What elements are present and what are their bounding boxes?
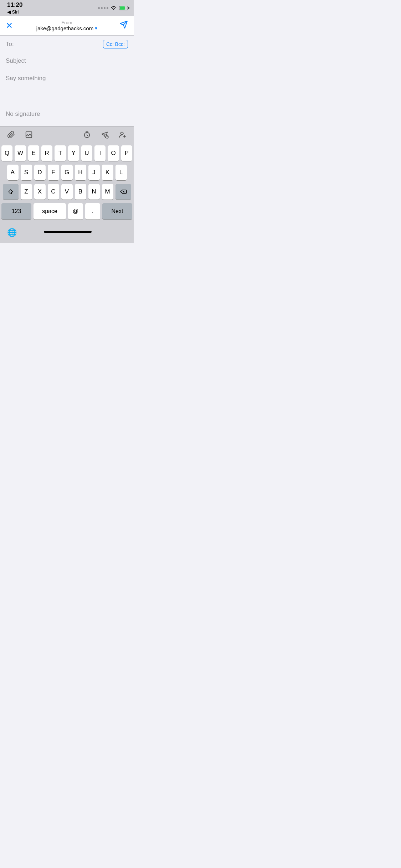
subject-placeholder: Subject: [6, 57, 26, 64]
key-x[interactable]: X: [34, 184, 46, 200]
key-l[interactable]: L: [115, 165, 127, 180]
key-g[interactable]: G: [61, 165, 73, 180]
home-indicator: [44, 231, 92, 233]
from-email[interactable]: jake@gadgethacks.com ▾: [36, 25, 97, 31]
chevron-down-icon: ▾: [95, 25, 97, 31]
key-p[interactable]: P: [121, 145, 132, 161]
key-f[interactable]: F: [48, 165, 59, 180]
numbers-button[interactable]: 123: [1, 203, 31, 219]
key-b[interactable]: B: [75, 184, 86, 200]
globe-icon[interactable]: 🌐: [7, 228, 17, 237]
siri-label: ◀ Siri: [7, 9, 22, 15]
key-r[interactable]: R: [41, 145, 52, 161]
next-button[interactable]: Next: [102, 203, 132, 219]
key-m[interactable]: M: [102, 184, 113, 200]
svg-rect-0: [26, 131, 32, 138]
wifi-icon: [110, 6, 117, 10]
status-left: 11:20 ◀ Siri: [7, 1, 22, 15]
key-u[interactable]: U: [81, 145, 92, 161]
timer-icon[interactable]: [83, 131, 91, 139]
attachment-icon[interactable]: [7, 131, 15, 139]
period-button[interactable]: .: [85, 203, 100, 219]
space-button[interactable]: space: [34, 203, 66, 219]
key-y[interactable]: Y: [68, 145, 79, 161]
from-field: From jake@gadgethacks.com ▾: [19, 20, 115, 31]
signal-icon: [98, 7, 108, 9]
add-contact-icon[interactable]: [119, 131, 127, 139]
bottom-bar: 🌐: [0, 224, 134, 243]
key-q[interactable]: Q: [1, 145, 12, 161]
delete-button[interactable]: [115, 184, 131, 200]
keyboard-toolbar: [0, 126, 134, 143]
send-later-icon[interactable]: [101, 131, 109, 139]
signature-text: No signature: [6, 110, 40, 117]
key-i[interactable]: I: [94, 145, 106, 161]
image-icon[interactable]: [25, 131, 33, 139]
to-input[interactable]: [20, 41, 103, 48]
keyboard: Q W E R T Y U I O P A S D F G H J K L Z …: [0, 143, 134, 224]
key-h[interactable]: H: [75, 165, 86, 180]
svg-point-3: [121, 132, 123, 134]
at-button[interactable]: @: [68, 203, 83, 219]
key-s[interactable]: S: [21, 165, 32, 180]
battery-icon: [119, 6, 128, 10]
compose-header: ✕ From jake@gadgethacks.com ▾: [0, 16, 134, 36]
key-d[interactable]: D: [34, 165, 46, 180]
cc-bcc-button[interactable]: Cc: Bcc:: [103, 40, 128, 48]
keyboard-row-2: A S D F G H J K L: [1, 165, 132, 180]
status-bar: 11:20 ◀ Siri: [0, 0, 134, 16]
key-j[interactable]: J: [88, 165, 100, 180]
status-time: 11:20: [7, 1, 22, 9]
send-button[interactable]: [115, 20, 128, 31]
status-right: [98, 6, 128, 10]
close-button[interactable]: ✕: [6, 21, 19, 31]
key-o[interactable]: O: [108, 145, 119, 161]
key-n[interactable]: N: [88, 184, 100, 200]
from-label: From: [61, 20, 72, 25]
key-e[interactable]: E: [28, 145, 39, 161]
to-label: To:: [6, 41, 17, 48]
from-email-text: jake@gadgethacks.com: [36, 25, 93, 31]
keyboard-row-1: Q W E R T Y U I O P: [1, 145, 132, 161]
key-a[interactable]: A: [7, 165, 19, 180]
body-placeholder: Say something: [6, 75, 128, 82]
key-v[interactable]: V: [61, 184, 73, 200]
key-t[interactable]: T: [55, 145, 66, 161]
key-z[interactable]: Z: [21, 184, 32, 200]
to-field-row[interactable]: To: Cc: Bcc:: [0, 36, 134, 53]
key-k[interactable]: K: [102, 165, 113, 180]
keyboard-row-3: Z X C V B N M: [1, 184, 132, 200]
key-w[interactable]: W: [15, 145, 26, 161]
subject-row[interactable]: Subject: [0, 53, 134, 69]
body-area[interactable]: Say something No signature: [0, 69, 134, 126]
shift-button[interactable]: [3, 184, 19, 200]
key-c[interactable]: C: [48, 184, 59, 200]
keyboard-row-4: 123 space @ . Next: [1, 203, 132, 219]
